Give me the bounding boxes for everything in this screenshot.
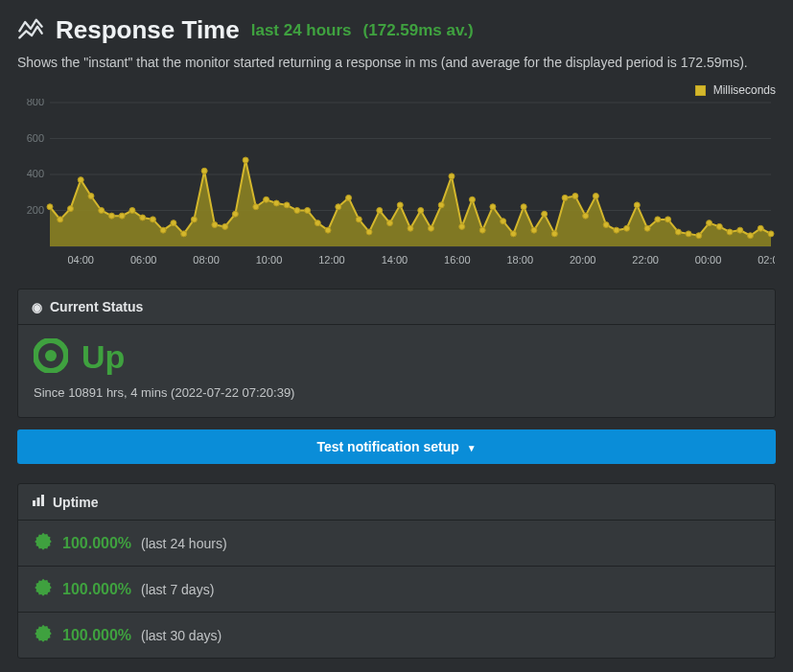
- svg-point-24: [201, 168, 207, 174]
- svg-point-36: [325, 227, 331, 233]
- svg-point-47: [438, 202, 444, 208]
- status-label: Up: [82, 338, 125, 376]
- svg-text:12:00: 12:00: [318, 254, 345, 266]
- svg-point-58: [551, 231, 557, 237]
- svg-point-42: [387, 220, 393, 226]
- svg-point-40: [366, 229, 372, 235]
- svg-text:00:00: 00:00: [695, 254, 722, 266]
- page-title-row: Response Time last 24 hours (172.59ms av…: [17, 15, 776, 45]
- svg-point-54: [510, 231, 516, 237]
- svg-point-73: [707, 220, 712, 226]
- svg-point-79: [768, 231, 774, 237]
- svg-point-15: [108, 213, 114, 219]
- svg-point-48: [449, 174, 455, 179]
- status-up-icon: [34, 338, 68, 376]
- uptime-period: (last 24 hours): [141, 536, 226, 551]
- bar-chart-icon: [32, 494, 45, 510]
- svg-rect-96: [41, 495, 44, 506]
- svg-point-62: [593, 194, 598, 199]
- svg-text:16:00: 16:00: [444, 254, 471, 266]
- svg-point-60: [572, 194, 578, 199]
- svg-point-26: [222, 223, 228, 229]
- svg-point-55: [521, 204, 526, 210]
- chart-description: Shows the "instant" that the monitor sta…: [17, 55, 776, 70]
- svg-point-70: [675, 229, 681, 235]
- svg-point-67: [644, 225, 650, 231]
- current-status-title: Current Status: [50, 299, 143, 314]
- svg-point-93: [45, 350, 57, 361]
- svg-point-22: [181, 231, 187, 237]
- svg-point-12: [78, 177, 83, 183]
- svg-point-78: [758, 225, 763, 231]
- svg-text:04:00: 04:00: [67, 254, 94, 266]
- seal-icon: [34, 578, 53, 600]
- svg-point-68: [655, 217, 661, 222]
- svg-point-33: [294, 208, 300, 214]
- svg-rect-95: [37, 498, 40, 506]
- svg-text:10:00: 10:00: [256, 254, 283, 266]
- seal-icon: [34, 532, 53, 554]
- svg-point-77: [748, 233, 754, 239]
- svg-point-34: [305, 208, 311, 214]
- svg-point-61: [583, 213, 589, 219]
- subtitle-average: (172.59ms av.): [363, 21, 474, 40]
- svg-text:14:00: 14:00: [382, 254, 408, 266]
- svg-text:20:00: 20:00: [570, 254, 596, 266]
- svg-point-18: [140, 215, 146, 220]
- svg-point-63: [603, 222, 609, 228]
- svg-point-43: [397, 202, 403, 208]
- uptime-row: 100.000%(last 7 days): [18, 567, 775, 613]
- svg-text:400: 400: [27, 168, 44, 179]
- svg-text:22:00: 22:00: [632, 254, 659, 266]
- svg-point-66: [634, 202, 640, 208]
- svg-point-39: [356, 217, 362, 222]
- svg-point-14: [99, 208, 105, 214]
- svg-point-21: [171, 220, 176, 226]
- svg-point-41: [377, 208, 383, 214]
- svg-point-9: [47, 204, 53, 210]
- svg-text:02:00: 02:00: [758, 254, 775, 266]
- svg-point-56: [531, 227, 537, 233]
- svg-point-53: [501, 219, 506, 224]
- response-time-chart: 20040060080004:0006:0008:0010:0012:0014:…: [17, 99, 775, 271]
- seal-icon: [34, 624, 53, 646]
- svg-point-75: [727, 229, 733, 235]
- subtitle-period: last 24 hours: [251, 21, 352, 40]
- legend-label: Milliseconds: [713, 83, 776, 97]
- svg-point-29: [253, 204, 259, 210]
- svg-point-25: [212, 222, 218, 228]
- svg-point-19: [150, 217, 155, 222]
- test-notification-button[interactable]: Test notification setup ▼: [17, 429, 776, 464]
- svg-point-52: [490, 204, 496, 210]
- svg-point-50: [469, 197, 475, 202]
- current-status-header: ◉ Current Status: [18, 290, 775, 325]
- svg-text:18:00: 18:00: [506, 254, 533, 266]
- svg-point-71: [686, 231, 691, 237]
- chart-line-icon: [17, 15, 44, 45]
- legend-swatch: [695, 85, 706, 96]
- svg-point-11: [67, 206, 73, 212]
- svg-text:08:00: 08:00: [193, 254, 220, 266]
- uptime-panel: Uptime 100.000%(last 24 hours)100.000%(l…: [17, 483, 776, 659]
- uptime-pct: 100.000%: [62, 627, 131, 644]
- svg-point-74: [716, 223, 722, 229]
- svg-point-76: [737, 227, 743, 233]
- svg-point-49: [459, 223, 465, 229]
- svg-point-59: [562, 195, 568, 200]
- uptime-title: Uptime: [53, 495, 98, 510]
- uptime-pct: 100.000%: [62, 535, 131, 552]
- uptime-row: 100.000%(last 30 days): [18, 613, 775, 658]
- svg-point-51: [479, 227, 485, 233]
- svg-text:600: 600: [27, 132, 44, 144]
- svg-point-38: [346, 195, 352, 200]
- svg-point-65: [624, 225, 630, 231]
- svg-point-57: [542, 211, 548, 217]
- svg-point-23: [191, 217, 197, 222]
- svg-point-16: [119, 213, 125, 219]
- svg-point-30: [264, 197, 269, 202]
- svg-rect-94: [33, 500, 35, 506]
- uptime-row: 100.000%(last 24 hours): [18, 521, 775, 567]
- uptime-header: Uptime: [18, 484, 775, 521]
- current-status-body: Up Since 10891 hrs, 4 mins (2022-07-22 0…: [18, 325, 775, 417]
- uptime-period: (last 7 days): [141, 582, 214, 597]
